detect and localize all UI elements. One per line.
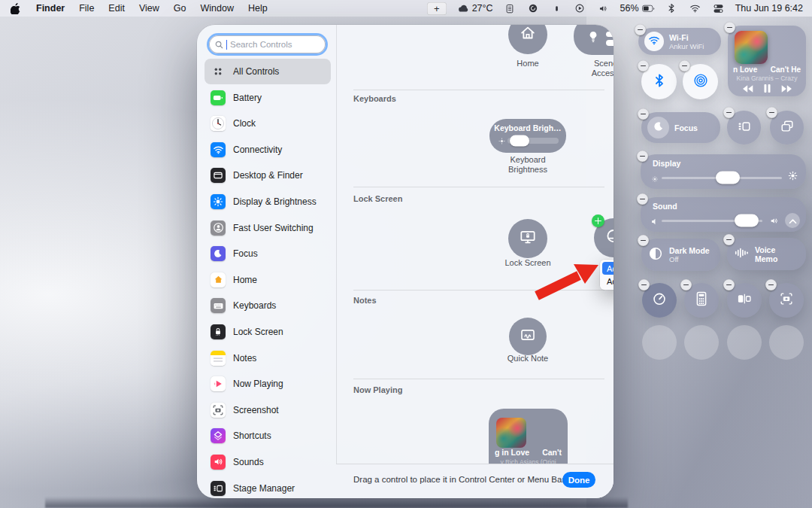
menu-help[interactable]: Help [248,3,268,14]
sidebar-item-battery[interactable]: Battery [205,85,331,111]
add-status-item-button[interactable]: + [427,2,447,15]
voice-memo-module[interactable]: Voice Memo [727,238,806,270]
focus-module[interactable]: Focus [641,112,720,143]
stage-manager-module[interactable] [727,111,761,144]
sidebar-item-screenshot[interactable]: Screenshot [205,397,331,423]
quick-note-control[interactable] [509,318,547,355]
remove-badge[interactable] [638,235,649,246]
clipboard-menu-icon[interactable] [504,2,517,15]
display-module[interactable]: Display [641,154,806,189]
search-field[interactable] [209,35,326,53]
remove-badge[interactable] [638,279,650,291]
menu-edit[interactable]: Edit [108,3,125,14]
now-playing-title-left: g in Love [495,448,529,457]
sound-label: Sound [653,202,677,211]
remove-badge[interactable] [635,24,646,35]
sidebar-item-notes[interactable]: Notes [205,345,331,371]
wifi-menu-icon[interactable] [689,2,701,15]
weather-status[interactable]: 27°C [457,2,493,15]
now-playing-subtitle: y Rich Asians (Origi [489,458,568,464]
apple-menu-icon[interactable] [9,2,22,15]
text-caret [226,40,227,50]
dark-mode-module[interactable]: Dark Mode Off [641,239,720,271]
volume-menu-icon[interactable] [597,2,610,15]
menu-window[interactable]: Window [200,3,233,14]
sidebar-item-keyboards[interactable]: Keyboards [205,293,331,318]
now-playing-control[interactable]: g in Love Can't y Rich Asians (Origi [489,409,568,464]
sidebar-item-lock-screen[interactable]: Lock Screen [205,319,331,345]
remove-badge[interactable] [765,279,777,291]
home-icon [211,272,226,287]
sidebar-item-stage-manager[interactable]: Stage Manager [205,476,331,499]
sidebar-item-shortcuts[interactable]: Shortcuts [205,423,331,449]
timer-module[interactable] [642,283,677,318]
remove-badge[interactable] [679,60,690,71]
battery-icon [211,90,226,105]
remove-badge[interactable] [724,22,735,33]
rewind-button[interactable] [741,83,754,96]
volume-knob[interactable] [735,214,759,227]
keyboard-brightness-slider[interactable] [497,135,559,146]
sidebar-item-all-controls[interactable]: All Controls [205,59,331,84]
forward-button[interactable] [780,83,793,96]
remove-badge[interactable] [637,151,648,162]
remove-badge[interactable] [638,60,649,71]
battery-status[interactable]: 56% [620,2,655,15]
app-swirl-menu-icon[interactable] [527,2,540,15]
menu-view[interactable]: View [139,3,159,14]
brightness-knob[interactable] [716,172,740,184]
menu-go[interactable]: Go [174,3,186,14]
calculator-module[interactable] [684,283,719,318]
search-input[interactable] [230,40,305,49]
remove-badge[interactable] [638,108,649,120]
pause-button[interactable] [763,83,771,96]
home-control-label: Home [483,59,573,68]
home-control[interactable] [508,25,547,54]
menu-file[interactable]: File [79,3,94,14]
menubar-clock[interactable]: Thu Jun 19 6:42 [735,3,803,14]
screen-record-menu-icon[interactable] [574,2,586,15]
calculator-icon [694,291,709,310]
airdrop-module[interactable] [683,64,718,99]
menubar-app-name[interactable]: Finder [36,3,65,14]
remove-badge[interactable] [723,279,735,291]
sidebar-item-desktop-finder[interactable]: Desktop & Finder [205,163,331,188]
remove-badge[interactable] [723,234,735,245]
sidebar-item-label: Stage Manager [233,483,295,494]
quick-note-icon [518,325,538,348]
capsule-menu-icon[interactable] [550,2,563,15]
sidebar-item-connectivity[interactable]: Connectivity [205,137,331,163]
sidebar-item-home[interactable]: Home [205,267,331,293]
window-tiling-module[interactable] [727,283,762,318]
remove-badge[interactable] [680,279,692,291]
sounds-icon [211,455,226,470]
wifi-title: Wi-Fi [669,33,704,42]
bluetooth-menu-icon[interactable] [665,2,678,15]
sound-module[interactable]: Sound [641,197,806,232]
remove-badge[interactable] [723,107,735,118]
sidebar-item-fast-user-switching[interactable]: Fast User Switching [205,215,331,241]
lock-screen-control[interactable] [508,219,547,258]
audio-output-button[interactable] [785,213,800,228]
remove-badge[interactable] [766,107,777,118]
control-center-menu-icon[interactable] [712,2,725,15]
sidebar-item-focus[interactable]: Focus [205,241,331,266]
scene-or-accessory-control[interactable] [574,25,614,55]
sidebar-item-clock[interactable]: Clock [205,111,331,136]
remove-badge[interactable] [637,193,648,205]
keyboard-brightness-control[interactable]: Keyboard Brigh… [489,119,566,153]
bluetooth-module[interactable] [641,64,677,99]
fast-user-icon [211,221,226,236]
sidebar-item-now-playing[interactable]: Now Playing [205,371,331,397]
wifi-module[interactable]: Wi-Fi Ankur WiFi [638,28,721,55]
track-title-right: Can't He [771,65,801,74]
sidebar-item-sounds[interactable]: Sounds [205,449,331,475]
house-icon [518,25,538,46]
slider-knob[interactable] [510,135,529,146]
screenshot-module[interactable] [769,283,804,318]
add-green-badge[interactable] [592,214,604,227]
sidebar-item-display-brightness[interactable]: Display & Brightness [205,189,331,214]
screen-mirroring-module[interactable] [770,111,804,144]
done-button[interactable]: Done [562,472,595,488]
now-playing-widget[interactable]: n Love Can't He Kina Grannis – Crazy [728,26,806,96]
